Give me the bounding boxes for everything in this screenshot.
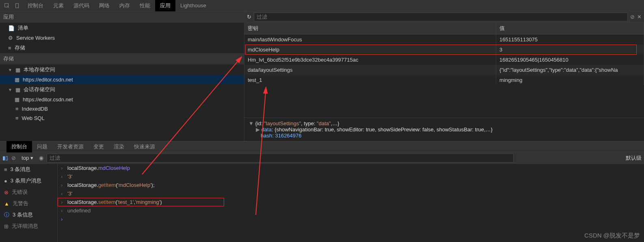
table-header-value[interactable]: 值 [496,23,644,34]
sidebar-toggle-icon[interactable]: ▮▯ [2,155,8,161]
db-icon: ≡ [15,115,19,121]
block-icon[interactable]: ⊘ [630,14,635,20]
console-sidebar: ≡3 条消息●3 条用户消息⊗无错误▲无警告ⓘ3 条信息⊞无详细消息 [0,164,58,242]
chevron-down-icon: ▼ [8,68,12,72]
console-line: › [58,215,644,223]
storage-origin[interactable]: ▦https://editor.csdn.net [0,75,244,84]
application-sidebar: 应用 📄清单⚙Service Workers≡存储 存储 ▼▦本地存储空间▦ht… [0,11,244,141]
console-line: ›localStorage.setItem('test_1','mingming… [58,198,224,206]
tab-内存[interactable]: 内存 [115,0,135,11]
warn-icon: ▲ [4,201,9,207]
storage-detail-pane: ▼ {id: "layoutSettings", type: "data",…}… [244,118,644,141]
console-filter-input[interactable] [47,154,514,163]
marker-icon: ‹ [61,208,65,214]
drawer-tab-变更[interactable]: 变更 [89,141,109,152]
table-row[interactable]: main/lastWindowFocus1651155113075 [244,34,644,45]
close-icon[interactable]: ✕ [637,14,642,20]
context-selector[interactable]: top ▾ [19,154,36,162]
app-item-清单[interactable]: 📄清单 [0,23,244,33]
app-item-存储[interactable]: ≡存储 [0,43,244,53]
marker-icon: › [61,165,65,171]
grid-icon: ▦ [15,77,19,83]
tab-Lighthouse[interactable]: Lighthouse [175,0,211,11]
file-icon: 📄 [8,25,15,31]
console-line: ‹'3' [58,172,644,181]
db-icon: ≡ [15,106,19,112]
marker-icon: ‹ [61,173,65,180]
console-filter-user[interactable]: ●3 条用户消息 [0,175,57,186]
devtools-top-tabs: 控制台元素源代码网络内存性能应用Lighthouse [0,0,644,11]
grid-icon: ▦ [15,96,19,103]
storage-group[interactable]: ≡Web SQL [0,114,244,123]
console-toolbar: ▮▯ ⊘ top ▾ ◉ 默认级 [0,152,644,164]
log-levels[interactable]: 默认级 [626,154,642,162]
storage-filter-input[interactable] [254,13,628,21]
app-section-header: 应用 [0,11,244,23]
storage-origin[interactable]: ▦https://editor.csdn.net [0,95,244,104]
storage-group[interactable]: ▼▦会话存储空间 [0,84,244,95]
eye-icon[interactable]: ◉ [39,155,43,161]
drawer-tab-控制台[interactable]: 控制台 [6,141,32,152]
tab-控制台[interactable]: 控制台 [23,0,48,11]
drawer-tabs: 控制台问题开发者资源变更渲染快速来源 [0,141,644,152]
app-item-Service Workers[interactable]: ⚙Service Workers [0,33,244,43]
marker-icon: › [61,199,65,205]
grid-icon: ▦ [15,67,20,73]
inspect-icon[interactable] [2,0,12,11]
table-row[interactable]: test_1mingming [244,75,644,85]
tab-网络[interactable]: 网络 [94,0,115,11]
drawer-tab-开发者资源[interactable]: 开发者资源 [52,141,89,152]
block-icon[interactable]: ⊘ [11,155,16,161]
device-icon[interactable] [12,0,23,11]
storage-table[interactable]: 密钥 值 main/lastWindowFocus1651155113075md… [244,23,644,85]
console-filter-warn[interactable]: ▲无警告 [0,198,57,209]
marker-icon: › [61,216,65,222]
tab-性能[interactable]: 性能 [135,0,155,11]
tab-源代码[interactable]: 源代码 [69,0,94,11]
gear-icon: ⚙ [8,35,13,41]
marker-icon: › [61,182,65,188]
chevron-down-icon: ▼ [8,88,12,92]
console-line: ‹undefined [58,206,644,215]
db-icon: ≡ [8,45,11,51]
console-line: ›localStorage.getItem('mdCloseHelp'); [58,181,644,189]
tab-元素[interactable]: 元素 [48,0,69,11]
console-line: ‹'3' [58,189,644,198]
console-filter-error[interactable]: ⊗无错误 [0,186,57,198]
list-icon: ≡ [4,167,7,173]
table-row[interactable]: data/layoutSettings{"id":"layoutSettings… [244,65,644,75]
table-row[interactable]: Hm_lvt_6bcd52f51e9b3dce32bec4a3997715ac1… [244,55,644,65]
storage-toolbar: ↻ ⊘ ✕ [244,11,644,23]
svg-rect-1 [16,3,19,8]
storage-group[interactable]: ▼▦本地存储空间 [0,64,244,75]
table-row[interactable]: mdCloseHelp3 [244,45,644,55]
console-filter-info[interactable]: ⓘ3 条信息 [0,209,57,221]
console-output[interactable]: ›localStorage.mdCloseHelp‹'3'›localStora… [58,164,644,242]
console-filter-list[interactable]: ≡3 条消息 [0,164,57,175]
drawer-tab-快速来源[interactable]: 快速来源 [129,141,160,152]
drawer-tab-问题[interactable]: 问题 [32,141,52,152]
grid-icon: ▦ [15,87,20,93]
tab-应用[interactable]: 应用 [155,0,175,11]
marker-icon: ‹ [61,191,65,197]
drawer-tab-渲染[interactable]: 渲染 [109,141,129,152]
storage-group[interactable]: ≡IndexedDB [0,104,244,114]
user-icon: ● [4,178,7,184]
storage-section-header: 存储 [0,53,244,64]
table-header-key[interactable]: 密钥 [244,23,496,34]
debug-icon: ⊞ [4,223,9,229]
info-icon: ⓘ [4,211,9,218]
error-icon: ⊗ [4,189,9,195]
watermark: CSDN @脱发不是梦 [584,232,640,240]
console-filter-debug[interactable]: ⊞无详细消息 [0,221,57,232]
refresh-icon[interactable]: ↻ [247,14,251,20]
storage-viewer: ↻ ⊘ ✕ 密钥 值 main/lastWindowFocus165115511… [244,11,644,141]
console-line: ›localStorage.mdCloseHelp [58,164,644,172]
